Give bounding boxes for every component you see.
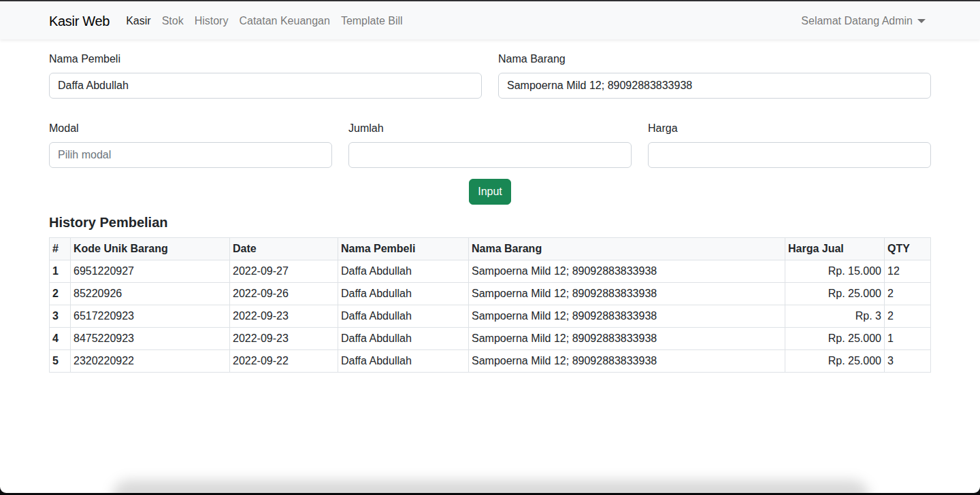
cell-qty: 3: [885, 350, 931, 373]
cell-kode: 6951220927: [71, 260, 230, 283]
cell-date: 2022-09-27: [230, 260, 338, 283]
cell-nama-barang: Sampoerna Mild 12; 89092883833938: [469, 305, 785, 328]
row-index: 5: [50, 350, 71, 373]
user-dropdown[interactable]: Selamat Datang Admin: [796, 7, 931, 35]
cell-nama-barang: Sampoerna Mild 12; 89092883833938: [469, 283, 785, 305]
modal-input[interactable]: [49, 142, 332, 168]
history-pembelian-title: History Pembelian: [49, 214, 931, 231]
user-dropdown-label: Selamat Datang Admin: [801, 13, 913, 29]
cell-nama-barang: Sampoerna Mild 12; 89092883833938: [469, 350, 785, 373]
main-nav: Kasir Stok History Catatan Keuangan Temp…: [120, 7, 408, 35]
navbar: Kasir Web Kasir Stok History Catatan Keu…: [0, 2, 980, 39]
nama-pembeli-input[interactable]: [49, 73, 482, 99]
cell-nama-pembeli: Daffa Abdullah: [338, 283, 469, 305]
harga-input[interactable]: [648, 142, 931, 168]
input-submit-button[interactable]: Input: [469, 179, 511, 205]
harga-label: Harga: [648, 120, 931, 137]
cell-nama-pembeli: Daffa Abdullah: [338, 260, 469, 283]
chevron-down-icon: [917, 19, 926, 23]
cell-nama-pembeli: Daffa Abdullah: [338, 305, 469, 328]
cell-harga-jual: Rp. 25.000: [785, 328, 885, 350]
table-row: 1 6951220927 2022-09-27 Daffa Abdullah S…: [50, 260, 931, 283]
cell-date: 2022-09-26: [230, 283, 338, 305]
table-row: 4 8475220923 2022-09-23 Daffa Abdullah S…: [50, 328, 931, 350]
history-table: # Kode Unik Barang Date Nama Pembeli Nam…: [49, 237, 931, 373]
cell-harga-jual: Rp. 25.000: [785, 283, 885, 305]
main-content: Nama Pembeli Nama Barang Modal Jumlah Ha…: [41, 51, 939, 373]
nav-item-history[interactable]: History: [189, 7, 234, 35]
cell-qty: 12: [885, 260, 931, 283]
form-row-1: Nama Pembeli Nama Barang: [41, 51, 939, 99]
col-header-harga-jual: Harga Jual: [785, 238, 885, 260]
table-row: 5 2320220922 2022-09-22 Daffa Abdullah S…: [50, 350, 931, 373]
modal-label: Modal: [49, 120, 332, 137]
cell-qty: 2: [885, 305, 931, 328]
col-header-nama-pembeli: Nama Pembeli: [338, 238, 469, 260]
col-header-kode: Kode Unik Barang: [71, 238, 230, 260]
cell-qty: 1: [885, 328, 931, 350]
row-index: 4: [50, 328, 71, 350]
jumlah-input[interactable]: [348, 142, 632, 168]
cell-kode: 2320220922: [71, 350, 230, 373]
col-header-qty: QTY: [885, 238, 931, 260]
row-index: 2: [50, 283, 71, 305]
cell-kode: 85220926: [71, 283, 230, 305]
cell-date: 2022-09-23: [230, 328, 338, 350]
nav-item-kasir[interactable]: Kasir: [120, 7, 156, 35]
row-index: 3: [50, 305, 71, 328]
nama-barang-input[interactable]: [498, 73, 931, 99]
cell-nama-barang: Sampoerna Mild 12; 89092883833938: [469, 328, 785, 350]
table-row: 3 6517220923 2022-09-23 Daffa Abdullah S…: [50, 305, 931, 328]
col-header-date: Date: [230, 238, 338, 260]
brand-kasir-web[interactable]: Kasir Web: [49, 13, 110, 29]
cell-nama-pembeli: Daffa Abdullah: [338, 328, 469, 350]
form-row-2: Modal Jumlah Harga: [41, 120, 939, 168]
cell-date: 2022-09-23: [230, 305, 338, 328]
col-header-index: #: [50, 238, 71, 260]
cell-harga-jual: Rp. 25.000: [785, 350, 885, 373]
jumlah-label: Jumlah: [348, 120, 632, 137]
cell-nama-barang: Sampoerna Mild 12; 89092883833938: [469, 260, 785, 283]
nama-barang-label: Nama Barang: [498, 51, 931, 67]
cell-harga-jual: Rp. 15.000: [785, 260, 885, 283]
col-header-nama-barang: Nama Barang: [469, 238, 785, 260]
nav-item-stok[interactable]: Stok: [157, 7, 189, 35]
cell-date: 2022-09-22: [230, 350, 338, 373]
cell-kode: 6517220923: [71, 305, 230, 328]
browser-page: Kasir Web Kasir Stok History Catatan Keu…: [0, 1, 980, 493]
nav-item-template-bill[interactable]: Template Bill: [336, 7, 408, 35]
row-index: 1: [50, 260, 71, 283]
cell-qty: 2: [885, 283, 931, 305]
table-header-row: # Kode Unik Barang Date Nama Pembeli Nam…: [50, 238, 931, 260]
table-row: 2 85220926 2022-09-26 Daffa Abdullah Sam…: [50, 283, 931, 305]
nav-item-catatan-keuangan[interactable]: Catatan Keuangan: [233, 7, 335, 35]
nama-pembeli-label: Nama Pembeli: [49, 51, 482, 67]
cell-nama-pembeli: Daffa Abdullah: [338, 350, 469, 373]
cell-harga-jual: Rp. 3: [785, 305, 885, 328]
cell-kode: 8475220923: [71, 328, 230, 350]
